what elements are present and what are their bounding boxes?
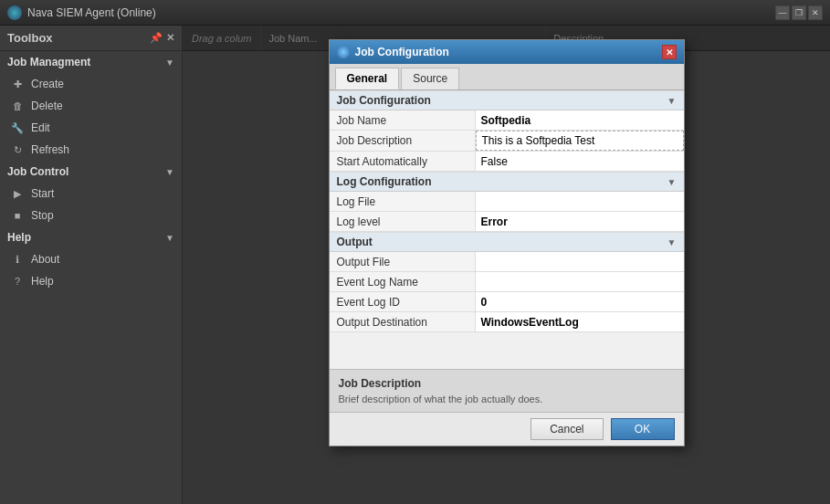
prop-value-eventlogid[interactable]: 0 — [476, 292, 684, 311]
prop-section-output-header: Output ▼ — [330, 232, 684, 252]
prop-label-startauto: Start Automatically — [330, 152, 476, 171]
prop-label-logfile: Log File — [330, 192, 476, 211]
section-job-management-arrow: ▼ — [165, 58, 174, 68]
stop-label: Stop — [31, 209, 54, 222]
prop-section-log-config: Log Configuration ▼ Log File Log level E… — [330, 172, 684, 232]
prop-section-output-arrow: ▼ — [667, 237, 677, 247]
prop-value-loglevel[interactable]: Error — [476, 212, 684, 231]
about-icon: ℹ — [11, 253, 24, 266]
sidebar-item-refresh[interactable]: ↻ Refresh — [0, 139, 182, 161]
minimize-button[interactable]: — — [775, 5, 790, 20]
section-help[interactable]: Help ▼ — [0, 226, 182, 248]
toolbox-label: Toolbox — [7, 31, 53, 45]
prop-section-output: Output ▼ Output File Event Log Name — [330, 232, 684, 332]
tab-source[interactable]: Source — [401, 68, 459, 89]
prop-section-output-label: Output — [337, 236, 373, 248]
pin-icon[interactable]: 📌 — [150, 32, 163, 44]
create-label: Create — [31, 78, 64, 90]
dialog-title: Job Configuration — [355, 46, 449, 58]
dialog-tabs: General Source — [330, 64, 684, 90]
sidebar-item-help[interactable]: ? Help — [0, 270, 182, 292]
close-button[interactable]: ✕ — [808, 5, 823, 20]
sidebar-item-delete[interactable]: 🗑 Delete — [0, 95, 182, 117]
toolbox-header-icons: 📌 ✕ — [150, 32, 174, 44]
dialog-content: Job Configuration ▼ Job Name Softpedia J… — [330, 90, 684, 412]
desc-panel: Job Description Brief description of wha… — [330, 369, 684, 412]
prop-label-eventlogid: Event Log ID — [330, 292, 476, 311]
prop-section-job-config-arrow: ▼ — [667, 96, 677, 106]
section-job-control-arrow: ▼ — [165, 167, 174, 177]
content-area: Drag a colum Job Nam... Description Soft… — [183, 26, 830, 504]
modal-overlay: Job Configuration ✕ General Source Job C… — [183, 26, 830, 504]
prop-section-log-config-arrow: ▼ — [667, 177, 677, 187]
restore-button[interactable]: ❐ — [792, 5, 806, 20]
about-label: About — [31, 253, 59, 266]
prop-row-loglevel: Log level Error — [330, 212, 684, 232]
prop-label-jobname: Job Name — [330, 110, 476, 130]
prop-row-jobdesc: Job Description This is a Softpedia Test — [330, 131, 684, 152]
prop-label-jobdesc: Job Description — [330, 131, 476, 151]
edit-label: Edit — [31, 121, 50, 134]
section-job-management[interactable]: Job Managment ▼ — [0, 51, 182, 73]
section-job-control-label: Job Control — [7, 165, 68, 178]
toolbox-panel: Toolbox 📌 ✕ Job Managment ▼ ✚ Create 🗑 D… — [0, 26, 183, 504]
prop-value-eventlogname[interactable] — [476, 272, 684, 291]
prop-value-jobname[interactable]: Softpedia — [476, 110, 684, 130]
start-label: Start — [31, 187, 54, 200]
prop-row-logfile: Log File — [330, 192, 684, 212]
ok-button[interactable]: OK — [611, 418, 675, 440]
stop-icon: ■ — [11, 209, 24, 222]
cancel-button[interactable]: Cancel — [531, 418, 603, 440]
prop-row-startauto: Start Automatically False — [330, 152, 684, 172]
main-layout: Toolbox 📌 ✕ Job Managment ▼ ✚ Create 🗑 D… — [0, 26, 830, 504]
sidebar-item-stop[interactable]: ■ Stop — [0, 205, 182, 226]
prop-value-jobdesc[interactable]: This is a Softpedia Test — [476, 131, 684, 151]
section-job-management-label: Job Managment — [7, 56, 90, 68]
content-spacer — [330, 332, 684, 369]
prop-section-job-config-header: Job Configuration ▼ — [330, 90, 684, 110]
prop-label-eventlogname: Event Log Name — [330, 272, 476, 291]
delete-icon: 🗑 — [11, 100, 24, 112]
job-config-dialog: Job Configuration ✕ General Source Job C… — [329, 39, 685, 446]
edit-icon: 🔧 — [11, 121, 24, 134]
prop-row-outputdest: Output Destination WindowsEventLog — [330, 312, 684, 332]
refresh-icon: ↻ — [11, 143, 24, 156]
prop-row-eventlogname: Event Log Name — [330, 272, 684, 292]
section-job-control[interactable]: Job Control ▼ — [0, 161, 182, 183]
sidebar-item-create[interactable]: ✚ Create — [0, 73, 182, 95]
prop-value-startauto[interactable]: False — [476, 152, 684, 171]
dialog-buttons: Cancel OK — [330, 412, 684, 446]
tab-general[interactable]: General — [335, 68, 400, 89]
prop-label-loglevel: Log level — [330, 212, 476, 231]
play-icon: ▶ — [11, 187, 24, 200]
sidebar-item-edit[interactable]: 🔧 Edit — [0, 117, 182, 139]
title-bar: Nava SIEM Agent (Online) — ❐ ✕ — [0, 0, 830, 26]
app-icon — [7, 5, 22, 20]
prop-section-log-config-label: Log Configuration — [337, 175, 432, 188]
title-bar-controls: — ❐ ✕ — [775, 5, 823, 20]
dialog-close-button[interactable]: ✕ — [662, 45, 677, 59]
prop-row-eventlogid: Event Log ID 0 — [330, 292, 684, 312]
help-label: Help — [31, 275, 54, 288]
desc-panel-title: Job Description — [339, 377, 675, 390]
plus-icon: ✚ — [11, 78, 24, 90]
prop-value-outputfile[interactable] — [476, 252, 684, 271]
refresh-label: Refresh — [31, 143, 69, 156]
section-help-arrow: ▼ — [165, 233, 174, 243]
dialog-title-bar: Job Configuration ✕ — [330, 40, 684, 64]
prop-section-job-config: Job Configuration ▼ Job Name Softpedia J… — [330, 90, 684, 172]
desc-panel-text: Brief description of what the job actual… — [339, 394, 675, 404]
prop-value-logfile[interactable] — [476, 192, 684, 211]
delete-label: Delete — [31, 100, 63, 112]
prop-row-outputfile: Output File — [330, 252, 684, 272]
sidebar-item-start[interactable]: ▶ Start — [0, 183, 182, 205]
sidebar-item-about[interactable]: ℹ About — [0, 248, 182, 270]
prop-value-outputdest[interactable]: WindowsEventLog — [476, 312, 684, 331]
dialog-icon — [337, 46, 350, 58]
app-title: Nava SIEM Agent (Online) — [27, 6, 156, 19]
help-icon: ? — [11, 275, 24, 288]
prop-row-jobname: Job Name Softpedia — [330, 110, 684, 131]
prop-label-outputdest: Output Destination — [330, 312, 476, 331]
close-icon[interactable]: ✕ — [166, 32, 174, 44]
prop-label-outputfile: Output File — [330, 252, 476, 271]
